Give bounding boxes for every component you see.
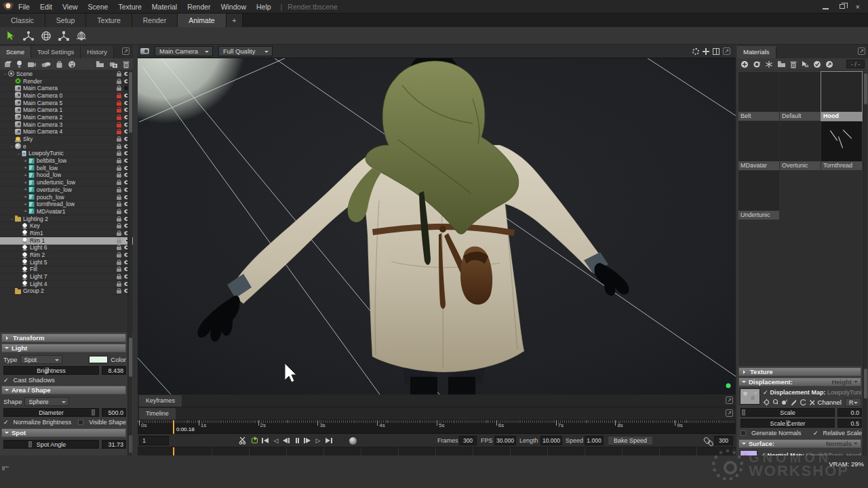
tree-item-group-2[interactable]: Group 2: [0, 288, 133, 296]
tree-item-main-camera-0[interactable]: Main Camera 0: [0, 92, 133, 100]
map-search-icon[interactable]: [772, 399, 778, 406]
lock-icon[interactable]: [117, 254, 121, 258]
lock-icon[interactable]: [117, 87, 121, 91]
pick-material-icon[interactable]: [801, 60, 809, 68]
tree-item-rim-1[interactable]: Rim 1: [0, 237, 133, 245]
refresh-thumbnails-icon[interactable]: [753, 60, 761, 68]
playhead[interactable]: [173, 420, 174, 434]
lock-icon[interactable]: [117, 232, 121, 236]
lock-icon[interactable]: [117, 276, 121, 279]
tab-keyframes[interactable]: Keyframes: [139, 395, 182, 407]
skip-end-button[interactable]: [324, 436, 334, 445]
spot-section-header[interactable]: Spot: [1, 428, 126, 437]
menu-render[interactable]: Render: [187, 3, 210, 11]
scale-tool-button[interactable]: [57, 29, 71, 43]
expander-icon[interactable]: +: [22, 208, 28, 214]
step-forward-button[interactable]: [302, 436, 312, 445]
surface-mode-dropdown[interactable]: Normals: [826, 440, 858, 447]
current-frame-field[interactable]: 1: [139, 436, 169, 445]
map-settings-icon[interactable]: [763, 399, 769, 406]
tab-animate[interactable]: Animate: [178, 14, 226, 27]
tree-item-main-camera-4[interactable]: Main Camera 4: [0, 129, 133, 136]
keyframes-popout-icon[interactable]: ↗: [726, 396, 733, 404]
tree-item-main-camera-2[interactable]: Main Camera 2: [0, 114, 133, 121]
light-handle-dot[interactable]: [726, 384, 731, 388]
lock-icon[interactable]: [117, 95, 121, 98]
material-folder-icon[interactable]: [777, 60, 786, 68]
map-paint-icon[interactable]: [781, 399, 787, 406]
tree-item-light-5[interactable]: Light 5: [0, 259, 133, 266]
tree-item-light-4[interactable]: Light 4: [0, 281, 133, 288]
lock-icon[interactable]: [117, 247, 121, 250]
tree-item-hood-low[interactable]: +hood_low: [0, 172, 133, 180]
tree-item-undertunic-low[interactable]: +undertunic_low: [0, 179, 133, 186]
tab-texture[interactable]: Texture: [86, 14, 132, 27]
play-button[interactable]: ▷: [313, 436, 323, 445]
lock-icon[interactable]: [117, 160, 121, 163]
tab-timeline[interactable]: Timeline: [139, 408, 176, 420]
expander-icon[interactable]: -: [2, 70, 8, 77]
scene-tree-scrollbar[interactable]: [127, 70, 132, 332]
delete-icon[interactable]: [123, 60, 130, 68]
shape-dropdown[interactable]: Sphere: [24, 397, 69, 406]
spot-angle-value[interactable]: 31.73: [102, 440, 126, 449]
lock-icon[interactable]: [117, 102, 121, 106]
map-reload-icon[interactable]: [800, 399, 806, 406]
expander-icon[interactable]: +: [22, 201, 28, 207]
material-belt[interactable]: Belt: [738, 72, 779, 121]
tree-item-main-camera-1[interactable]: Main Camera 1: [0, 106, 133, 114]
material-undertunic[interactable]: Undertunic: [738, 171, 779, 220]
bake-speed-button[interactable]: Bake Speed: [608, 436, 653, 445]
generate-normals-checkbox[interactable]: [741, 430, 746, 436]
diameter-slider[interactable]: Diameter: [3, 408, 99, 417]
menu-texture[interactable]: Texture: [118, 3, 141, 11]
displacement-map-thumbnail[interactable]: [740, 388, 760, 405]
materials-scrollbar[interactable]: [863, 72, 867, 366]
lock-icon[interactable]: [117, 218, 121, 222]
tree-item-beltbits-low[interactable]: +beltbits_low: [0, 157, 133, 165]
menu-view[interactable]: View: [62, 3, 78, 11]
texture-scrollbar[interactable]: [863, 366, 867, 462]
add-sky-icon[interactable]: [41, 60, 51, 68]
expander-icon[interactable]: +: [22, 158, 28, 164]
tree-item-sky[interactable]: Sky: [0, 136, 133, 143]
render-preview-button[interactable]: [348, 436, 357, 445]
prev-key-button[interactable]: ◁: [271, 436, 281, 445]
expander-icon[interactable]: +: [22, 172, 28, 178]
lock-icon[interactable]: [117, 290, 121, 293]
tree-item-main-camera-3[interactable]: Main Camera 3: [0, 121, 133, 129]
lock-icon[interactable]: [117, 189, 121, 192]
tab-tool-settings[interactable]: Tool Settings: [31, 46, 81, 58]
lock-icon[interactable]: [117, 174, 121, 178]
tab-scene[interactable]: Scene: [0, 46, 31, 58]
transform-section-header[interactable]: Transform: [1, 333, 126, 342]
tree-item-light-7[interactable]: Light 7: [0, 273, 133, 281]
tree-item-main-camera[interactable]: Main Camera: [0, 85, 133, 92]
minimize-button[interactable]: [823, 8, 829, 9]
tab-setup[interactable]: Setup: [45, 14, 86, 27]
menu-material[interactable]: Material: [152, 3, 177, 11]
tree-item-key[interactable]: Key: [0, 222, 133, 230]
tree-item-pouch-low[interactable]: +pouch_low: [0, 194, 133, 201]
lock-icon[interactable]: [117, 262, 121, 265]
scale-slider[interactable]: Scale: [741, 408, 835, 417]
translate-tool-button[interactable]: [22, 29, 35, 43]
lock-icon[interactable]: [117, 138, 121, 142]
map-edit-icon[interactable]: [791, 399, 797, 406]
step-back-button[interactable]: [281, 436, 291, 445]
restore-button[interactable]: [840, 4, 845, 9]
tree-item-light-6[interactable]: Light 6: [0, 245, 133, 252]
lock-icon[interactable]: [117, 268, 121, 272]
apply-material-icon[interactable]: [813, 60, 821, 68]
scale-center-value[interactable]: 0.5: [837, 419, 862, 428]
displacement-map-checkbox[interactable]: ✓: [763, 389, 768, 396]
expander-icon[interactable]: -: [9, 216, 15, 222]
menu-scene[interactable]: Scene: [88, 3, 108, 11]
add-light-icon[interactable]: [16, 60, 22, 68]
viewport-popout-icon[interactable]: ↗: [723, 47, 730, 55]
menu-file[interactable]: File: [18, 3, 30, 11]
add-material-icon[interactable]: [68, 60, 76, 68]
tree-item-overtunic-low[interactable]: +overtunic_low: [0, 186, 133, 194]
loop-button[interactable]: [250, 436, 259, 445]
diameter-value[interactable]: 500.0: [102, 408, 126, 417]
